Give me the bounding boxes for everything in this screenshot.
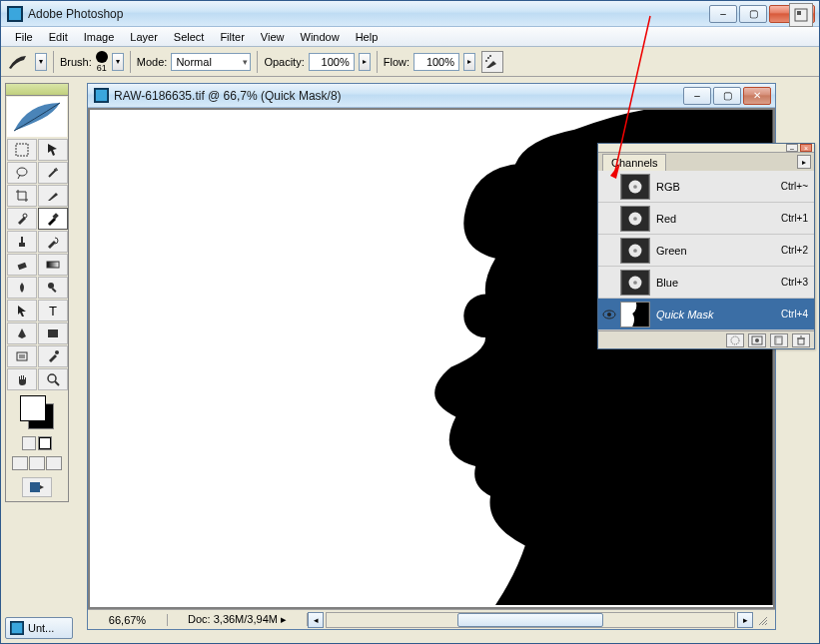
palette-well-button[interactable] <box>789 3 813 27</box>
channel-shortcut: Ctrl+3 <box>768 277 814 288</box>
brush-tool[interactable] <box>38 208 68 230</box>
panel-close-button[interactable]: × <box>800 144 812 152</box>
crop-tool[interactable] <box>7 185 37 207</box>
hand-tool[interactable] <box>7 368 37 390</box>
hscroll-right[interactable]: ▸ <box>737 612 753 628</box>
healing-brush-tool[interactable] <box>7 208 37 230</box>
tools-palette[interactable]: T <box>5 83 69 502</box>
eyedropper-tool[interactable] <box>38 345 68 367</box>
tools-drag-handle[interactable] <box>6 84 68 96</box>
zoom-tool[interactable] <box>38 368 68 390</box>
panel-drag-handle[interactable]: – × <box>598 144 814 153</box>
channel-row-red[interactable]: RedCtrl+1 <box>598 203 814 235</box>
new-channel-button[interactable] <box>770 333 788 347</box>
notes-tool[interactable] <box>7 345 37 367</box>
doc-close-button[interactable]: ✕ <box>743 87 771 105</box>
svg-point-4 <box>489 55 491 57</box>
delete-channel-button[interactable] <box>792 333 810 347</box>
opacity-arrow[interactable]: ▸ <box>359 53 371 71</box>
flow-label: Flow: <box>384 56 410 68</box>
history-brush-tool[interactable] <box>38 231 68 253</box>
zoom-value[interactable]: 66,67% <box>88 614 168 626</box>
menu-view[interactable]: View <box>253 29 293 45</box>
channel-name: Blue <box>656 277 768 289</box>
svg-rect-53 <box>12 623 23 634</box>
mode-label: Mode: <box>137 56 168 68</box>
foreground-color-swatch[interactable] <box>20 395 46 421</box>
doc-maximize-button[interactable]: ▢ <box>713 87 741 105</box>
channel-name: RGB <box>656 181 768 193</box>
app-window: Adobe Photoshop – ▢ ✕ FileEditImageLayer… <box>0 0 820 644</box>
menu-filter[interactable]: Filter <box>212 29 252 45</box>
svg-rect-12 <box>21 237 23 244</box>
menu-help[interactable]: Help <box>348 29 387 45</box>
minimized-doc-button[interactable]: Unt... <box>5 617 73 639</box>
channels-tab[interactable]: Channels <box>602 154 666 171</box>
channel-shortcut: Ctrl+4 <box>768 309 814 320</box>
menu-window[interactable]: Window <box>293 29 348 45</box>
menu-image[interactable]: Image <box>76 29 123 45</box>
menu-layer[interactable]: Layer <box>122 29 166 45</box>
channel-name: Quick Mask <box>656 309 768 321</box>
airbrush-toggle[interactable] <box>481 51 503 73</box>
maximize-button[interactable]: ▢ <box>739 5 767 23</box>
gradient-tool[interactable] <box>38 254 68 276</box>
channel-row-green[interactable]: GreenCtrl+2 <box>598 235 814 267</box>
flow-arrow[interactable]: ▸ <box>463 53 475 71</box>
eraser-tool[interactable] <box>7 254 37 276</box>
screenmode-fullmenu[interactable] <box>29 456 45 470</box>
screenmode-standard[interactable] <box>12 456 28 470</box>
hscroll-left[interactable]: ◂ <box>308 612 324 628</box>
shape-tool[interactable] <box>38 322 68 344</box>
channel-shortcut: Ctrl+~ <box>768 181 814 192</box>
photoshop-logo <box>7 97 67 137</box>
panel-menu-button[interactable]: ▸ <box>797 155 811 169</box>
color-swatches[interactable] <box>20 395 54 429</box>
clone-stamp-tool[interactable] <box>7 231 37 253</box>
path-selection-tool[interactable] <box>7 300 37 322</box>
channel-row-quick-mask[interactable]: Quick MaskCtrl+4 <box>598 299 814 330</box>
brush-dropdown[interactable]: ▾ <box>112 53 124 71</box>
panel-collapse-button[interactable]: – <box>786 144 798 152</box>
dodge-tool[interactable] <box>38 277 68 299</box>
hscroll-track[interactable] <box>326 612 735 628</box>
quickmask-mode-button[interactable] <box>38 436 52 450</box>
resize-grip[interactable] <box>753 611 775 629</box>
minimized-doc-label: Unt... <box>28 622 54 634</box>
titlebar[interactable]: Adobe Photoshop – ▢ ✕ <box>1 1 819 27</box>
pen-tool[interactable] <box>7 322 37 344</box>
menu-edit[interactable]: Edit <box>41 29 76 45</box>
svg-point-43 <box>731 336 739 344</box>
doc-info[interactable]: Doc: 3,36M/3,94M ▸ <box>168 613 308 626</box>
menu-select[interactable]: Select <box>166 29 213 45</box>
doc-minimize-button[interactable]: – <box>683 87 711 105</box>
blend-mode-dropdown[interactable]: Normal <box>171 53 251 71</box>
move-tool[interactable] <box>38 139 68 161</box>
channels-panel[interactable]: – × Channels ▸ RGBCtrl+~RedCtrl+1GreenCt… <box>597 143 815 349</box>
opacity-input[interactable]: 100% <box>309 53 355 71</box>
hscroll-thumb[interactable] <box>457 613 604 627</box>
channel-visibility-toggle[interactable] <box>598 310 620 320</box>
minimize-button[interactable]: – <box>709 5 737 23</box>
channel-name: Green <box>656 245 768 257</box>
standard-mode-button[interactable] <box>22 436 36 450</box>
type-tool[interactable]: T <box>38 300 68 322</box>
flow-input[interactable]: 100% <box>413 53 459 71</box>
channel-row-blue[interactable]: BlueCtrl+3 <box>598 267 814 299</box>
menu-file[interactable]: File <box>7 29 41 45</box>
tool-preset-dropdown[interactable]: ▾ <box>35 53 47 71</box>
channel-row-rgb[interactable]: RGBCtrl+~ <box>598 171 814 203</box>
brush-size-value: 61 <box>96 63 108 73</box>
brush-preset-button[interactable]: 61 <box>96 51 108 73</box>
magic-wand-tool[interactable] <box>38 162 68 184</box>
jump-to-imageready[interactable] <box>22 477 52 497</box>
save-selection-button[interactable] <box>748 333 766 347</box>
screenmode-full[interactable] <box>46 456 62 470</box>
load-selection-button[interactable] <box>726 333 744 347</box>
slice-tool[interactable] <box>38 185 68 207</box>
lasso-tool[interactable] <box>7 162 37 184</box>
blur-tool[interactable] <box>7 277 37 299</box>
marquee-tool[interactable] <box>7 139 37 161</box>
tool-preset-button[interactable] <box>7 51 29 73</box>
document-titlebar[interactable]: RAW-6186635.tif @ 66,7% (Quick Mask/8) –… <box>88 84 775 108</box>
